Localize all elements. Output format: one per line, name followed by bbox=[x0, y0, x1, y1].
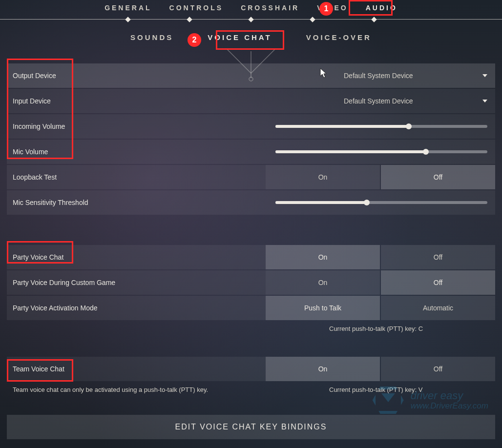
label-party-voice-custom: Party Voice During Custom Game bbox=[7, 270, 266, 295]
subtab-sounds[interactable]: SOUNDS bbox=[130, 33, 173, 53]
hint-team: Team voice chat can only be activated us… bbox=[7, 382, 495, 403]
label-incoming-volume: Incoming Volume bbox=[7, 122, 266, 130]
label-mic-volume: Mic Volume bbox=[7, 148, 266, 156]
chevron-down-icon bbox=[482, 74, 487, 77]
tab-crosshair[interactable]: CROSSHAIR bbox=[241, 4, 299, 19]
slider-fill bbox=[275, 150, 426, 153]
slider-fill bbox=[275, 201, 367, 204]
tab-audio[interactable]: AUDIO bbox=[366, 4, 397, 19]
row-mic-volume: Mic Volume bbox=[7, 140, 495, 164]
slider-incoming-volume[interactable] bbox=[275, 125, 487, 128]
edit-key-bindings-button[interactable]: EDIT VOICE CHAT KEY BINDINGS bbox=[7, 415, 495, 439]
toggle-party-custom-on[interactable]: On bbox=[266, 270, 380, 295]
toggle-party-voice-off[interactable]: Off bbox=[381, 245, 495, 269]
label-input-device: Input Device bbox=[7, 97, 266, 105]
slider-fill bbox=[275, 125, 409, 128]
slider-mic-volume[interactable] bbox=[275, 150, 487, 153]
hint-team-ptt: Current push-to-talk (PTT) key: V bbox=[266, 386, 495, 393]
settings-content: Output Device Default System Device Inpu… bbox=[0, 63, 502, 439]
main-tabs: GENERAL CONTROLS CROSSHAIR VIDEO AUDIO bbox=[0, 0, 502, 20]
label-party-activation-mode: Party Voice Activation Mode bbox=[7, 296, 266, 320]
slider-thumb[interactable] bbox=[364, 200, 370, 205]
row-party-activation-mode: Party Voice Activation Mode Push to Talk… bbox=[7, 296, 495, 320]
tab-video[interactable]: VIDEO bbox=[317, 4, 348, 19]
dropdown-output-device[interactable]: Default System Device bbox=[266, 72, 495, 80]
chevron-down-icon bbox=[482, 100, 487, 102]
toggle-party-custom-off[interactable]: Off bbox=[381, 270, 495, 295]
label-loopback-test: Loopback Test bbox=[7, 165, 266, 189]
row-loopback-test: Loopback Test On Off bbox=[7, 165, 495, 189]
hint-party-ptt-text: Current push-to-talk (PTT) key: C bbox=[266, 325, 495, 332]
sub-tabs: SOUNDS VOICE CHAT VOICE-OVER bbox=[0, 33, 502, 53]
toggle-party-voice-on[interactable]: On bbox=[266, 245, 380, 269]
dropdown-value: Default System Device bbox=[344, 72, 413, 80]
label-party-voice-chat: Party Voice Chat bbox=[7, 245, 266, 269]
label-team-voice-chat: Team Voice Chat bbox=[7, 357, 266, 381]
toggle-loopback-off[interactable]: Off bbox=[381, 165, 495, 189]
tab-controls[interactable]: CONTROLS bbox=[169, 4, 224, 19]
diamond-icon bbox=[310, 17, 315, 22]
row-party-voice-chat: Party Voice Chat On Off bbox=[7, 245, 495, 269]
row-mic-sensitivity: Mic Sensitivity Threshold bbox=[7, 190, 495, 215]
toggle-automatic[interactable]: Automatic bbox=[381, 296, 495, 320]
row-input-device: Input Device Default System Device bbox=[7, 89, 495, 113]
hint-team-desc: Team voice chat can only be activated us… bbox=[7, 386, 266, 393]
toggle-team-voice-off[interactable]: Off bbox=[381, 357, 495, 381]
hint-party-ptt: Current push-to-talk (PTT) key: C bbox=[7, 321, 495, 342]
slider-mic-sensitivity[interactable] bbox=[275, 201, 487, 204]
subtab-voice-chat[interactable]: VOICE CHAT bbox=[208, 33, 272, 53]
dropdown-value: Default System Device bbox=[344, 97, 413, 105]
row-team-voice-chat: Team Voice Chat On Off bbox=[7, 357, 495, 381]
toggle-team-voice-on[interactable]: On bbox=[266, 357, 380, 381]
slider-thumb[interactable] bbox=[423, 149, 429, 155]
row-party-voice-custom: Party Voice During Custom Game On Off bbox=[7, 270, 495, 295]
row-output-device: Output Device Default System Device bbox=[7, 63, 495, 88]
row-incoming-volume: Incoming Volume bbox=[7, 114, 495, 139]
tab-general[interactable]: GENERAL bbox=[105, 4, 151, 19]
slider-thumb[interactable] bbox=[406, 123, 412, 129]
toggle-push-to-talk[interactable]: Push to Talk bbox=[266, 296, 380, 320]
toggle-loopback-on[interactable]: On bbox=[266, 165, 380, 189]
label-mic-sensitivity: Mic Sensitivity Threshold bbox=[7, 199, 266, 206]
dropdown-input-device[interactable]: Default System Device bbox=[266, 97, 495, 105]
subtab-voice-over[interactable]: VOICE-OVER bbox=[306, 33, 372, 53]
label-output-device: Output Device bbox=[7, 72, 266, 80]
